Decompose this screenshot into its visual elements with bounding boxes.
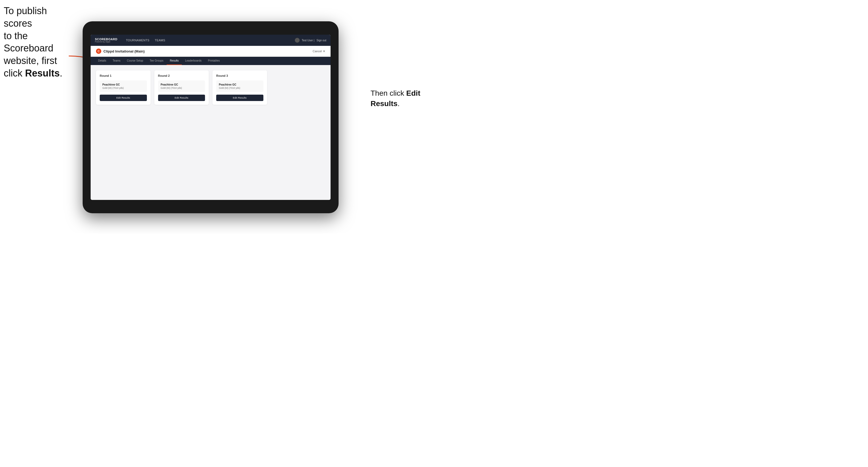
- empty-column: [271, 70, 326, 105]
- tournament-header: C Clippd Invitational (Main) Cancel ✕: [91, 46, 331, 57]
- course-card-2: Peachtree GC Gold (M) (7010 yds): [158, 81, 205, 92]
- tab-printables[interactable]: Printables: [205, 57, 223, 65]
- round-2-title: Round 2: [158, 74, 205, 77]
- course-name-1: Peachtree GC: [102, 83, 144, 86]
- tab-bar: Details Teams Course Setup Tee Groups Re…: [91, 57, 331, 65]
- course-details-1: Gold (M) (7010 yds): [102, 87, 144, 89]
- tournament-title-row: C Clippd Invitational (Main): [96, 49, 145, 54]
- tab-course-setup[interactable]: Course Setup: [124, 57, 146, 65]
- course-details-2: Gold (M) (7010 yds): [161, 87, 203, 89]
- nav-user-text: Test User |: [302, 39, 315, 42]
- logo-text: SCOREBOARD: [95, 38, 117, 41]
- round-card-2: Round 2 Peachtree GC Gold (M) (7010 yds)…: [154, 70, 209, 105]
- tablet-screen: SCOREBOARD Powered by clippd TOURNAMENTS…: [91, 35, 331, 200]
- round-1-title: Round 1: [100, 74, 147, 77]
- logo-sub: Powered by clippd: [95, 41, 117, 43]
- tournament-name: Clippd Invitational (Main): [103, 49, 145, 53]
- tab-details[interactable]: Details: [95, 57, 110, 65]
- nav-bar: SCOREBOARD Powered by clippd TOURNAMENTS…: [91, 35, 331, 46]
- nav-logo: SCOREBOARD Powered by clippd: [95, 38, 117, 43]
- tab-results[interactable]: Results: [166, 57, 182, 65]
- instruction-text-2: Then click Edit Results.: [371, 88, 429, 109]
- round-card-3: Round 3 Peachtree GC Gold (M) (7010 yds)…: [213, 70, 267, 105]
- tab-teams[interactable]: Teams: [110, 57, 124, 65]
- nav-link-tournaments[interactable]: TOURNAMENTS: [126, 39, 149, 42]
- rounds-grid: Round 1 Peachtree GC Gold (M) (7010 yds)…: [96, 70, 325, 105]
- course-card-3: Peachtree GC Gold (M) (7010 yds): [216, 81, 264, 92]
- tab-tee-groups[interactable]: Tee Groups: [146, 57, 166, 65]
- nav-signout[interactable]: Sign out: [316, 39, 326, 42]
- edit-results-button-3[interactable]: Edit Results: [216, 95, 264, 101]
- edit-results-button-2[interactable]: Edit Results: [158, 95, 205, 101]
- course-name-3: Peachtree GC: [219, 83, 261, 86]
- course-details-3: Gold (M) (7010 yds): [219, 87, 261, 89]
- nav-links: TOURNAMENTS TEAMS: [126, 39, 288, 42]
- tournament-icon: C: [96, 49, 101, 54]
- course-name-2: Peachtree GC: [161, 83, 203, 86]
- tablet-frame: SCOREBOARD Powered by clippd TOURNAMENTS…: [83, 21, 339, 213]
- tab-leaderboards[interactable]: Leaderboards: [182, 57, 205, 65]
- round-3-title: Round 3: [216, 74, 264, 77]
- course-card-1: Peachtree GC Gold (M) (7010 yds): [100, 81, 147, 92]
- nav-right: Test User | Sign out: [295, 38, 326, 43]
- round-card-1: Round 1 Peachtree GC Gold (M) (7010 yds)…: [96, 70, 151, 105]
- nav-link-teams[interactable]: TEAMS: [155, 39, 165, 42]
- edit-results-button-1[interactable]: Edit Results: [100, 95, 147, 101]
- instruction-text-1: To publish scoresto the Scoreboardwebsit…: [4, 5, 68, 80]
- cancel-button[interactable]: Cancel ✕: [313, 50, 325, 53]
- nav-avatar: [295, 38, 300, 43]
- content-area: Round 1 Peachtree GC Gold (M) (7010 yds)…: [91, 65, 331, 200]
